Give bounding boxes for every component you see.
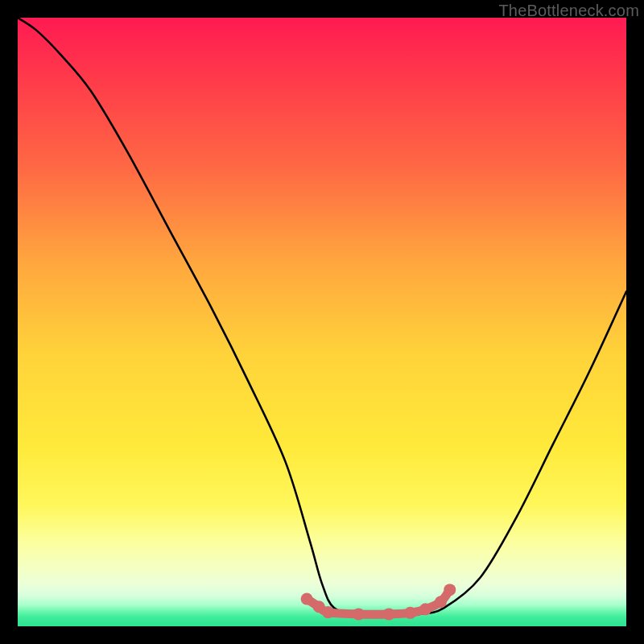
optimal-dot [353,608,365,620]
optimal-dot [404,607,416,619]
chart-frame: TheBottleneck.com [0,0,644,644]
optimal-dot [419,603,431,615]
plot-area [18,18,626,626]
bottleneck-curve [18,18,626,614]
optimal-dot [444,584,456,596]
optimal-dot [301,592,313,605]
optimal-dot [435,596,447,608]
optimal-dot [383,608,395,620]
optimal-dot [322,606,334,618]
curve-svg [18,18,626,626]
